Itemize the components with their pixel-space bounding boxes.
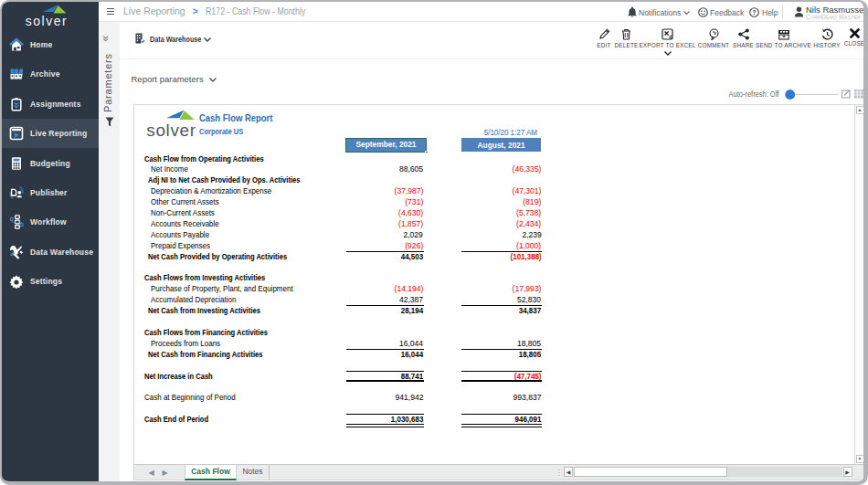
svg-text:?: ? <box>752 9 756 16</box>
